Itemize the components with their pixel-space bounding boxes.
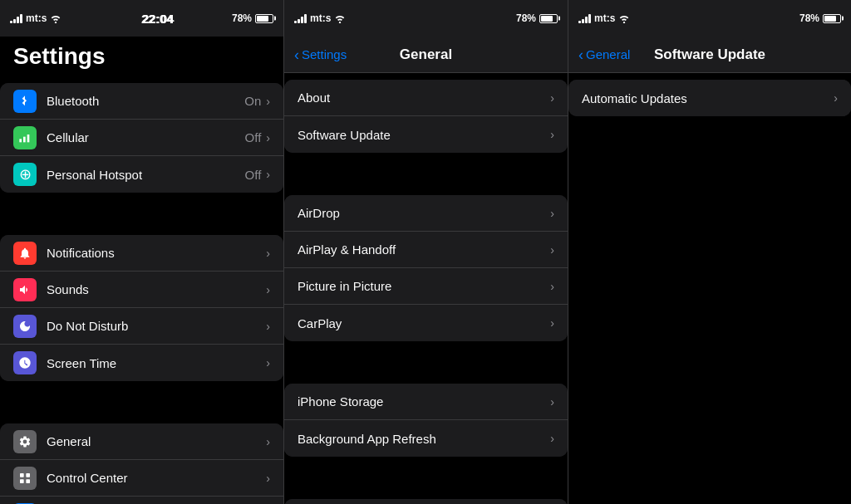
chevron-carplay: ›	[550, 316, 554, 330]
settings-item-displaybrightness[interactable]: AA Display & Brightness ›	[0, 497, 283, 504]
controlcenter-label: Control Center	[47, 471, 266, 485]
general-item-softwareupdate[interactable]: Software Update ›	[284, 116, 568, 153]
status-bar-col2: mt:s 22:04 78%	[284, 0, 568, 37]
notifications-label: Notifications	[47, 246, 266, 260]
chevron-backgroundapprefresh: ›	[550, 432, 554, 445]
carrier-col3: mt:s	[594, 12, 615, 24]
screentime-icon	[13, 351, 37, 374]
general-item-airdrop[interactable]: AirDrop ›	[284, 195, 568, 232]
settings-list: Bluetooth On › Cellular Off › ⊕ Personal…	[0, 76, 283, 504]
chevron-screentime: ›	[266, 356, 270, 369]
pip-label: Picture in Picture	[298, 279, 550, 293]
chevron-hotspot: ›	[266, 168, 270, 181]
svg-rect-5	[20, 479, 24, 483]
back-label-col3: General	[586, 47, 630, 61]
notifications-icon	[13, 242, 37, 265]
chevron-left-icon: ‹	[294, 47, 299, 62]
spacer-g2	[284, 355, 568, 384]
general-item-about[interactable]: About ›	[284, 80, 568, 116]
battery-pct-col2: 78%	[516, 12, 536, 24]
settings-item-donotdisturb[interactable]: Do Not Disturb ›	[0, 308, 283, 345]
chevron-notifications: ›	[266, 247, 270, 260]
sounds-icon	[13, 278, 37, 301]
airdrop-label: AirDrop	[298, 206, 550, 220]
carrier-label: mt:s	[26, 12, 47, 24]
status-right-col2: 78%	[516, 12, 558, 24]
carrier-col2: mt:s	[310, 12, 331, 24]
general-group: General › Control Center › AA Display & …	[0, 423, 283, 504]
chevron-donotdisturb: ›	[266, 320, 270, 333]
general-item-backgroundapprefresh[interactable]: Background App Refresh ›	[284, 420, 568, 457]
connectivity-group: Bluetooth On › Cellular Off › ⊕ Personal…	[0, 83, 283, 193]
airplay-label: AirPlay & Handoff	[298, 242, 550, 257]
wifi-icon	[50, 13, 61, 23]
settings-item-bluetooth[interactable]: Bluetooth On ›	[0, 83, 283, 120]
settings-item-screentime[interactable]: Screen Time ›	[0, 345, 283, 381]
cellular-icon	[13, 126, 37, 149]
page-title-col1: Settings	[0, 37, 283, 76]
nav-title-col3: Software Update	[654, 46, 765, 63]
notifications-group: Notifications › Sounds › Do Not Disturb …	[0, 235, 283, 381]
general-item-iphonestorage[interactable]: iPhone Storage ›	[284, 384, 568, 420]
status-bar-col3: mt:s 22:04 78%	[568, 0, 851, 37]
bluetooth-value: On	[244, 94, 261, 108]
svg-rect-6	[26, 479, 30, 483]
settings-item-cellular[interactable]: Cellular Off ›	[0, 120, 283, 156]
settings-item-general[interactable]: General ›	[0, 423, 283, 460]
hotspot-icon: ⊕	[13, 163, 37, 186]
cellular-value: Off	[245, 130, 262, 144]
battery-pct-col1: 78%	[232, 12, 252, 24]
settings-item-hotspot[interactable]: ⊕ Personal Hotspot Off ›	[0, 156, 283, 193]
status-right-col3: 78%	[799, 12, 841, 24]
sw-item-automaticupdates[interactable]: Automatic Updates ›	[568, 80, 851, 116]
donotdisturb-icon	[13, 315, 37, 338]
battery-icon-col1	[255, 14, 273, 23]
hotspot-value: Off	[245, 168, 262, 182]
back-to-settings[interactable]: ‹ Settings	[294, 47, 347, 62]
general-item-datetime[interactable]: Date & Time ›	[284, 499, 568, 504]
general-group-1: About › Software Update ›	[284, 80, 568, 153]
status-left-col2: mt:s	[294, 12, 346, 24]
spacer-g1	[284, 166, 568, 195]
general-column: mt:s 22:04 78% ‹ Settings General About …	[284, 0, 568, 504]
carplay-label: CarPlay	[298, 316, 550, 330]
general-nav-bar: ‹ Settings General	[284, 37, 568, 73]
general-group-2: AirDrop › AirPlay & Handoff › Picture in…	[284, 195, 568, 341]
battery-icon-col2	[539, 14, 558, 23]
signal-icon-col3	[578, 13, 591, 23]
status-left: mt:s	[10, 12, 61, 24]
battery-icon-col3	[823, 14, 841, 23]
chevron-softwareupdate: ›	[550, 128, 554, 141]
settings-column: mt:s 22:04 78% Settings Bluetooth On ›	[0, 0, 284, 504]
chevron-bluetooth: ›	[266, 95, 270, 108]
spacer-1	[0, 206, 283, 235]
sw-group: Automatic Updates ›	[568, 80, 851, 116]
settings-item-notifications[interactable]: Notifications ›	[0, 235, 283, 272]
wifi-icon-col3	[618, 13, 630, 23]
general-item-carplay[interactable]: CarPlay ›	[284, 305, 568, 341]
chevron-airplay: ›	[550, 243, 554, 257]
general-item-airplay[interactable]: AirPlay & Handoff ›	[284, 232, 568, 268]
general-list: About › Software Update › AirDrop › AirP…	[284, 73, 568, 504]
time-col3: 22:04	[141, 12, 173, 26]
settings-item-controlcenter[interactable]: Control Center ›	[0, 460, 283, 497]
wifi-icon-col2	[334, 13, 346, 23]
chevron-cellular: ›	[266, 131, 270, 144]
chevron-about: ›	[550, 91, 554, 105]
chevron-sounds: ›	[266, 283, 270, 296]
spacer-g3	[284, 470, 568, 499]
status-right: 78%	[232, 12, 273, 24]
about-label: About	[298, 91, 550, 105]
general-item-pip[interactable]: Picture in Picture ›	[284, 268, 568, 305]
nav-title-col2: General	[400, 46, 452, 63]
back-to-general[interactable]: ‹ General	[578, 47, 630, 62]
chevron-left-icon-col3: ‹	[578, 47, 583, 62]
softwareupdate-nav-bar: ‹ General Software Update	[568, 37, 851, 73]
settings-item-sounds[interactable]: Sounds ›	[0, 272, 283, 308]
chevron-airdrop: ›	[550, 207, 554, 220]
softwareupdate-label: Software Update	[298, 128, 550, 142]
chevron-automaticupdates: ›	[834, 91, 838, 105]
controlcenter-icon	[13, 467, 37, 490]
svg-rect-3	[20, 473, 24, 477]
svg-rect-0	[19, 139, 22, 142]
